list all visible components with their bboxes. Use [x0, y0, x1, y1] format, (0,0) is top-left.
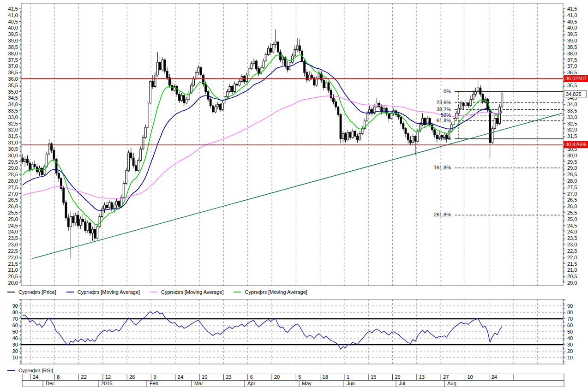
rsi-axis-label-right: 60: [567, 322, 573, 328]
candle-body: [345, 134, 347, 140]
candle-body: [258, 69, 260, 74]
alert-price-label-lower[interactable]: 30.82606: [564, 141, 588, 148]
y-axis-label-right: 20,5: [567, 274, 577, 279]
y-axis-label-right: 41,0: [567, 12, 577, 18]
y-axis-label-left: 24,0: [8, 229, 18, 234]
candle-body: [383, 108, 385, 112]
y-axis-label-right: 32,5: [567, 121, 577, 126]
candle-body: [255, 61, 257, 69]
y-axis-label-left: 37,0: [8, 63, 18, 69]
candle-body: [186, 99, 187, 103]
candle-body: [58, 173, 60, 178]
candle-body: [75, 215, 77, 223]
legend-item-price[interactable]: Сургнфгз [Price]: [7, 289, 56, 295]
candle-body: [106, 205, 108, 208]
moving-average-lines: [23, 55, 562, 259]
date-day-label: 24: [33, 374, 38, 380]
y-axis-label-right: 35,5: [567, 83, 577, 88]
candle-body: [53, 150, 55, 159]
candle-body: [207, 92, 209, 100]
price-legend: Сургнфгз [Price] Сургнфгз [Moving Averag…: [7, 289, 318, 295]
candle-body: [246, 75, 248, 82]
rsi-axis-label-left: 80: [12, 310, 18, 315]
candle-body: [31, 164, 33, 169]
rsi-axis-label-left: 30: [12, 342, 18, 347]
candle-body: [294, 49, 296, 56]
y-axis-label-left: 31,0: [8, 140, 18, 145]
candle-body: [414, 136, 416, 141]
candle-body: [450, 125, 452, 131]
rsi-axis-label-right: 70: [567, 316, 573, 322]
y-axis-label-right: 23,0: [567, 242, 577, 247]
candle-body: [166, 71, 168, 78]
candle-body: [492, 129, 493, 143]
y-axis-label-right: 36,5: [567, 70, 577, 75]
candle-body: [405, 129, 407, 134]
candle-body: [219, 104, 221, 109]
date-month-label: Jun: [347, 381, 355, 386]
candle-body: [248, 69, 250, 75]
candle-body: [176, 87, 178, 95]
date-day-label: 20: [274, 374, 280, 380]
chart-canvas[interactable]: 20,020,020,520,521,021,021,521,522,022,0…: [0, 0, 588, 388]
candle-body: [84, 221, 86, 230]
y-axis-label-right: 23,5: [567, 235, 577, 241]
candle-body: [412, 136, 414, 143]
y-axis-label-right: 28,0: [567, 178, 577, 184]
candle-body: [79, 219, 81, 226]
date-month-label: May: [302, 381, 312, 386]
y-axis-label-left: 31,5: [8, 133, 18, 139]
legend-item-ma-blue[interactable]: Сургнфгз [Moving Average]: [66, 289, 140, 295]
candle-body: [328, 83, 330, 90]
candle-body: [63, 189, 65, 203]
candle-body: [154, 75, 156, 87]
candle-body: [217, 104, 219, 107]
candle-body: [323, 80, 325, 88]
date-month-label: Mar: [194, 381, 203, 386]
rsi-axis-label-right: 50: [567, 329, 573, 334]
y-axis-label-right: 27,5: [567, 185, 577, 190]
candle-body: [82, 219, 84, 222]
candle-body: [308, 75, 310, 80]
candle-body: [126, 171, 127, 184]
legend-item-ma-pink[interactable]: Сургнфгз [Moving Average]: [150, 289, 223, 295]
price-plot-border: [21, 3, 563, 286]
y-axis-label-right: 41,5: [567, 6, 577, 12]
legend-label: Сургнфгз [Moving Average]: [245, 289, 307, 295]
legend-label: Сургнфгз [Moving Average]: [161, 289, 223, 295]
candle-body: [489, 109, 491, 143]
fib-level-label: 161,8%: [423, 165, 451, 170]
candle-body: [253, 61, 255, 64]
date-month-label: Aug: [447, 381, 456, 386]
candle-body: [147, 103, 149, 127]
legend-label: Сургнфгз [RSI]: [18, 368, 53, 373]
last-price-label: 34,825: [564, 90, 587, 97]
candle-body: [178, 94, 180, 101]
y-axis-label-left: 25,5: [8, 210, 18, 215]
rsi-axis-label-left: 90: [12, 303, 18, 309]
y-axis-label-right: 20,0: [567, 280, 577, 286]
candle-body: [390, 113, 392, 119]
ma-green-swatch-icon: [234, 292, 241, 292]
candle-body: [352, 131, 354, 137]
candle-body: [200, 67, 202, 75]
candle-body: [96, 227, 98, 238]
legend-item-rsi[interactable]: Сургнфгз [RSI]: [7, 368, 53, 373]
candle-body: [138, 161, 139, 171]
rsi-axis-label-right: 20: [567, 348, 573, 354]
alert-price-label-upper[interactable]: 36.02407: [564, 75, 588, 82]
candle-body: [263, 61, 264, 67]
date-month-label: Jul: [399, 381, 405, 386]
y-axis-label-right: 40,5: [567, 19, 577, 24]
legend-item-ma-green[interactable]: Сургнфгз [Moving Average]: [234, 289, 307, 295]
y-axis-label-right: 24,0: [567, 229, 577, 234]
candle-body: [434, 130, 436, 135]
candle-body: [41, 168, 43, 174]
y-axis-label-left: 36,0: [8, 76, 18, 82]
candle-body: [299, 46, 300, 51]
y-axis-label-right: 26,5: [567, 197, 577, 203]
candle-body: [227, 92, 228, 97]
candle-body: [501, 94, 503, 107]
rsi-legend: Сургнфгз [RSI]: [7, 368, 63, 373]
fib-level-label: 38,2%: [423, 107, 451, 112]
